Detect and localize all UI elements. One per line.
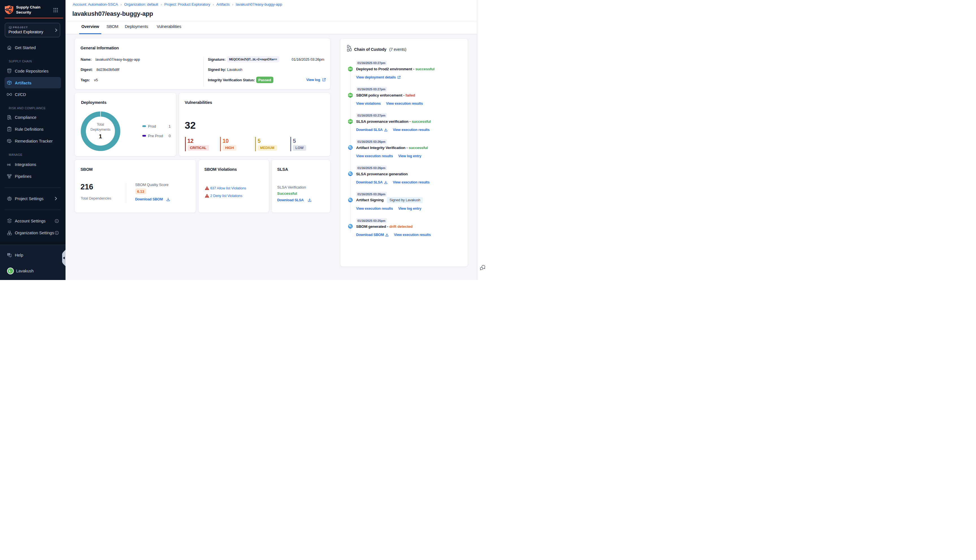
svg-text:?: ?	[8, 253, 10, 256]
